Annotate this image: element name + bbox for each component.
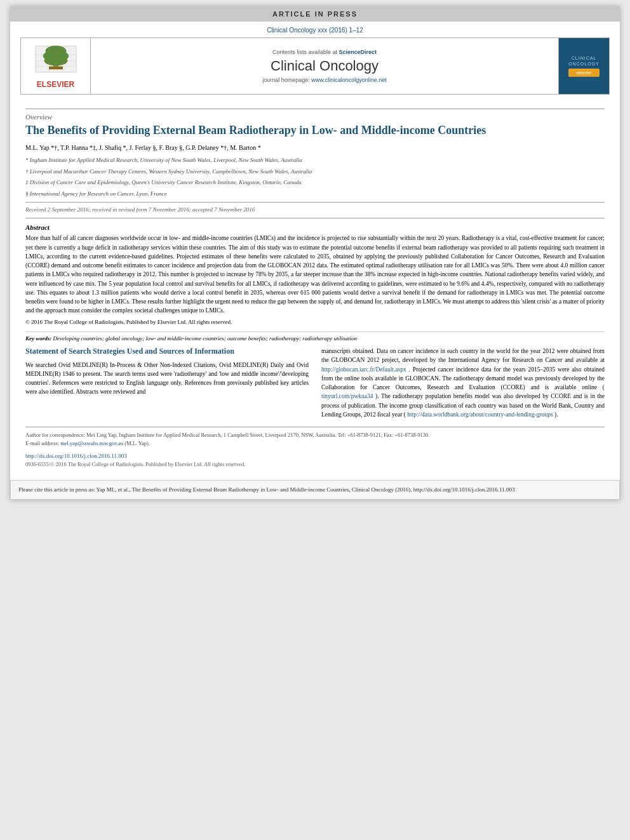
journal-logo-right: CLINICAL ONCOLOGY elsevier xyxy=(558,38,609,94)
journal-masthead: ELSEVIER Contents lists available at Sci… xyxy=(20,37,610,95)
right-column: manuscripts obtained. Data on cancer inc… xyxy=(321,347,605,419)
section-title: Statement of Search Strategies Used and … xyxy=(25,347,309,357)
homepage-line: journal homepage: www.clinicaloncolgyonl… xyxy=(262,77,387,83)
article-title: The Benefits of Providing External Beam … xyxy=(25,123,605,138)
abstract-section: Abstract More than half of all cancer di… xyxy=(25,223,605,326)
left-column: Statement of Search Strategies Used and … xyxy=(25,347,309,419)
issn-line: 0936-6555/© 2016 The Royal College of Ra… xyxy=(25,461,605,467)
abstract-title: Abstract xyxy=(25,223,605,231)
received-line: Received 2 September 2016; received in r… xyxy=(25,206,605,213)
overview-label: Overview xyxy=(25,113,605,121)
worldbank-link[interactable]: http://data.worldbank.org/about/country-… xyxy=(407,411,553,418)
left-col-text: We searched Ovid MEDLINE(R) In-Process &… xyxy=(25,361,309,397)
journal-title: Clinical Oncology xyxy=(271,58,379,74)
page: ARTICLE IN PRESS Clinical Oncology xxx (… xyxy=(10,6,620,500)
email-line: E-mail address: mel.yap@sswahs.nsw.gov.a… xyxy=(25,439,605,448)
journal-ref: Clinical Oncology xxx (2016) 1–12 xyxy=(20,27,610,34)
doi-line: http://dx.doi.org/10.1016/j.clon.2016.11… xyxy=(25,453,605,459)
citation-box: Please cite this article in press as: Ya… xyxy=(10,480,620,500)
correspondence-note: Author for correspondence: Mei Ling Yap,… xyxy=(25,431,605,439)
journal-logo-box: CLINICAL ONCOLOGY elsevier xyxy=(566,53,601,79)
two-column-section: Statement of Search Strategies Used and … xyxy=(25,347,605,419)
sciencedirect-link[interactable]: ScienceDirect xyxy=(339,49,377,55)
doi-link[interactable]: http://dx.doi.org/10.1016/j.clon.2016.11… xyxy=(25,453,127,459)
copyright-line: © 2016 The Royal College of Radiologists… xyxy=(25,318,605,327)
tinyurl-link[interactable]: tinyurl.com/pwkua34 xyxy=(321,393,373,399)
contents-line: Contents lists available at ScienceDirec… xyxy=(272,49,377,55)
svg-rect-8 xyxy=(49,67,63,70)
affiliation-4: § International Agency for Research on C… xyxy=(25,190,605,199)
email-link[interactable]: mel.yap@sswahs.nsw.gov.au xyxy=(60,440,123,446)
journal-center: Contents lists available at ScienceDirec… xyxy=(91,38,558,94)
abstract-text: More than half of all cancer diagnoses w… xyxy=(25,234,605,315)
keywords-label: Key words: xyxy=(25,335,51,342)
affiliation-3: ‡ Division of Cancer Care and Epidemiolo… xyxy=(25,178,605,187)
homepage-url[interactable]: www.clinicaloncolgyonline.net xyxy=(311,77,387,83)
affiliation-1: * Ingham Institute for Applied Medical R… xyxy=(25,156,605,165)
article-in-press-banner: ARTICLE IN PRESS xyxy=(10,6,620,22)
elsevier-label: ELSEVIER xyxy=(37,80,74,89)
main-content: Overview The Benefits of Providing Exter… xyxy=(10,98,620,474)
journal-header: Clinical Oncology xxx (2016) 1–12 xyxy=(10,22,620,98)
footnote-area: Author for correspondence: Mei Ling Yap,… xyxy=(25,427,605,448)
keywords-text: Developing countries; global oncology; l… xyxy=(53,335,357,342)
right-col-text: manuscripts obtained. Data on cancer inc… xyxy=(321,347,605,419)
elsevier-logo: ELSEVIER xyxy=(21,38,91,94)
globocan-link[interactable]: http://globocan.iarc.fr/Default.aspx xyxy=(321,366,406,373)
authors-line: M.L. Yap *†, T.P. Hanna *‡, J. Shafiq *,… xyxy=(25,143,605,152)
keywords-line: Key words: Developing countries; global … xyxy=(25,331,605,342)
affiliation-2: † Liverpool and Macarthur Cancer Therapy… xyxy=(25,168,605,177)
svg-point-7 xyxy=(44,55,67,66)
